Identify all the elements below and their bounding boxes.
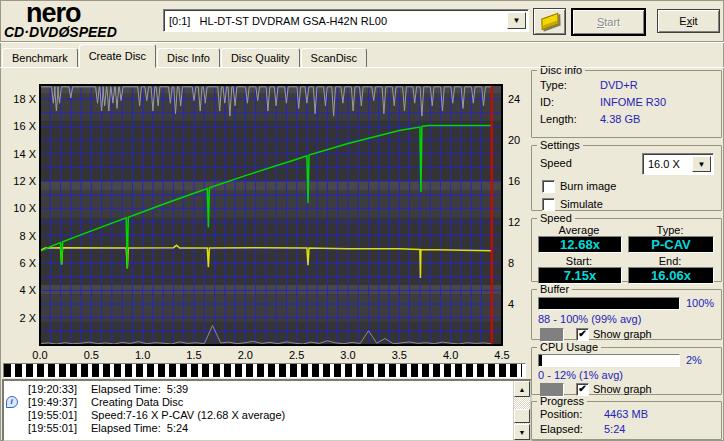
- y-axis-label: 4 X: [2, 284, 36, 296]
- start-speed-label: Start:: [538, 255, 620, 267]
- buffer-show-graph-label: Show graph: [593, 328, 652, 340]
- log-entry-text: Speed:7-16 X P-CAV (12.68 X average): [91, 409, 285, 421]
- speed-group-title: Speed: [537, 212, 575, 224]
- cpu-usage-bar: [538, 354, 680, 367]
- y-axis-label: 16 X: [2, 120, 36, 132]
- speed-select-arrow-icon[interactable]: ▼: [692, 156, 711, 172]
- y-axis-right-label: 16: [508, 175, 528, 187]
- background-band: [40, 181, 502, 191]
- type-label: Type:: [628, 224, 712, 236]
- tab-disc-quality[interactable]: Disc Quality: [221, 48, 300, 68]
- y-axis-label: 12 X: [2, 175, 36, 187]
- start-button[interactable]: Start: [571, 8, 646, 36]
- cpu-usage-title: CPU Usage: [537, 341, 601, 353]
- write-progress-bar: [3, 363, 526, 378]
- toolbar-divider-highlight: [0, 42, 724, 43]
- position-label: Position:: [540, 408, 582, 420]
- disc-id-value: INFOME R30: [600, 96, 666, 108]
- y-axis-right-label: 24: [508, 93, 528, 105]
- chart-canvas: [0, 70, 530, 366]
- x-axis-label: 1.0: [129, 349, 157, 361]
- logo-speed-text: SPEED: [69, 24, 116, 40]
- x-axis-label: 4.5: [488, 349, 516, 361]
- simulate-label: Simulate: [560, 198, 603, 210]
- progress-title: Progress: [537, 395, 587, 407]
- cpu-show-graph-label: Show graph: [593, 383, 652, 395]
- log-entry-text: Creating Data Disc: [91, 396, 183, 408]
- info-icon: i: [4, 396, 19, 408]
- burn-image-checkbox[interactable]: [542, 180, 555, 193]
- average-label: Average: [538, 224, 620, 236]
- tab-create-disc[interactable]: Create Disc: [79, 44, 156, 68]
- drive-select[interactable]: [0:1] HL-DT-ST DVDRAM GSA-H42N RL00 ▼: [163, 9, 529, 32]
- buffer-show-graph-checkbox[interactable]: [576, 328, 589, 341]
- scroll-up-icon[interactable]: ▲: [514, 381, 530, 397]
- tab-disc-info[interactable]: Disc Info: [157, 48, 220, 68]
- progress-group: Progress Position: 4463 MB Elapsed: 5:24: [531, 395, 722, 440]
- x-axis-label: 1.5: [180, 349, 208, 361]
- log-scrollbar-thumb[interactable]: [514, 409, 530, 423]
- background-band: [40, 85, 502, 94]
- tab-benchmark[interactable]: Benchmark: [2, 48, 78, 68]
- cpu-usage-fill: [539, 355, 542, 366]
- y-axis-right-label: 4: [508, 298, 528, 310]
- x-axis-label: 3.0: [334, 349, 362, 361]
- cpu-range-value: 0 - 12% (1% avg): [538, 369, 623, 381]
- event-log-lines: [19:20:33]Elapsed Time: 5:39i[19:49:37]C…: [4, 381, 513, 440]
- y-axis-right-label: 8: [508, 257, 528, 269]
- log-scrollbar-track[interactable]: [514, 397, 530, 424]
- log-entry-time: [19:55:01]: [19, 409, 77, 421]
- disc-length-value: 4.38 GB: [600, 113, 640, 125]
- nero-logo: nero: [26, 0, 81, 26]
- log-entry[interactable]: [19:20:33]Elapsed Time: 5:39: [4, 382, 513, 395]
- x-axis-label: 3.5: [385, 349, 413, 361]
- disc-type-label: Type:: [540, 79, 567, 91]
- end-speed-display: 16.06x: [628, 267, 714, 284]
- x-axis-label: 0.0: [26, 349, 54, 361]
- nero-cd-dvd-speed-window: { "window": { "logo_line1": "nero", "log…: [0, 0, 724, 441]
- x-axis-label: 4.0: [437, 349, 465, 361]
- event-log: [19:20:33]Elapsed Time: 5:39i[19:49:37]C…: [2, 379, 532, 441]
- simulate-checkbox[interactable]: [542, 198, 555, 211]
- disc-info-group: Disc info Type: DVD+R ID: INFOME R30 Len…: [531, 64, 722, 138]
- exit-button-label: Exit: [679, 15, 697, 27]
- transfer-rate-chart: 18 X16 X14 X12 X10 X8 X6 X4 X2 X 2420161…: [0, 70, 530, 366]
- buffer-graph-color-swatch[interactable]: [540, 328, 564, 342]
- start-speed-display: 7.15x: [538, 267, 622, 284]
- log-scrollbar[interactable]: ▲ ▼: [513, 381, 530, 440]
- eraser-icon: [541, 13, 558, 31]
- speed-select-value: 16.0 X: [643, 156, 690, 172]
- drive-select-arrow-icon[interactable]: ▼: [507, 12, 526, 29]
- y-axis-right-label: 12: [508, 216, 528, 228]
- tab-scandisc[interactable]: ScanDisc: [301, 48, 367, 68]
- burn-image-label: Burn image: [560, 180, 616, 192]
- y-axis-label: 8 X: [2, 230, 36, 242]
- log-entry[interactable]: [19:55:01]Elapsed Time: 5:24: [4, 421, 513, 434]
- speed-select[interactable]: 16.0 X ▼: [642, 153, 714, 175]
- log-entry[interactable]: i[19:49:37]Creating Data Disc: [4, 395, 513, 408]
- scroll-down-icon[interactable]: ▼: [514, 424, 530, 440]
- drive-select-value: [0:1] HL-DT-ST DVDRAM GSA-H42N RL00: [164, 13, 505, 29]
- exit-button[interactable]: Exit: [657, 9, 720, 33]
- log-entry[interactable]: [19:55:01]Speed:7-16 X P-CAV (12.68 X av…: [4, 408, 513, 421]
- x-axis-label: 2.5: [283, 349, 311, 361]
- write-progress-fill: [4, 364, 522, 377]
- disc-type-value: DVD+R: [600, 79, 638, 91]
- buffer-level-fill: [539, 298, 679, 309]
- buffer-level-bar: [538, 297, 680, 310]
- x-axis-label: 2.0: [231, 349, 259, 361]
- y-axis-label: 14 X: [2, 148, 36, 160]
- erase-disc-button[interactable]: [533, 8, 566, 35]
- log-entry-time: [19:49:37]: [19, 396, 77, 408]
- speed-group: Speed Average Type: 12.68x P-CAV Start: …: [531, 212, 722, 282]
- log-entry-time: [19:55:01]: [19, 422, 77, 434]
- tab-strip: BenchmarkCreate DiscDisc InfoDisc Qualit…: [2, 46, 368, 68]
- average-speed-display: 12.68x: [538, 236, 622, 253]
- logo-cd-dvd-text: CD·DVD: [4, 24, 58, 40]
- start-button-label: Start: [597, 16, 620, 28]
- disc-length-label: Length:: [540, 113, 577, 125]
- disc-id-label: ID:: [540, 96, 554, 108]
- y-axis-label: 2 X: [2, 312, 36, 324]
- log-entry-text: Elapsed Time: 5:39: [91, 383, 188, 395]
- settings-group: Settings Speed 16.0 X ▼ Burn image Simul…: [531, 139, 722, 211]
